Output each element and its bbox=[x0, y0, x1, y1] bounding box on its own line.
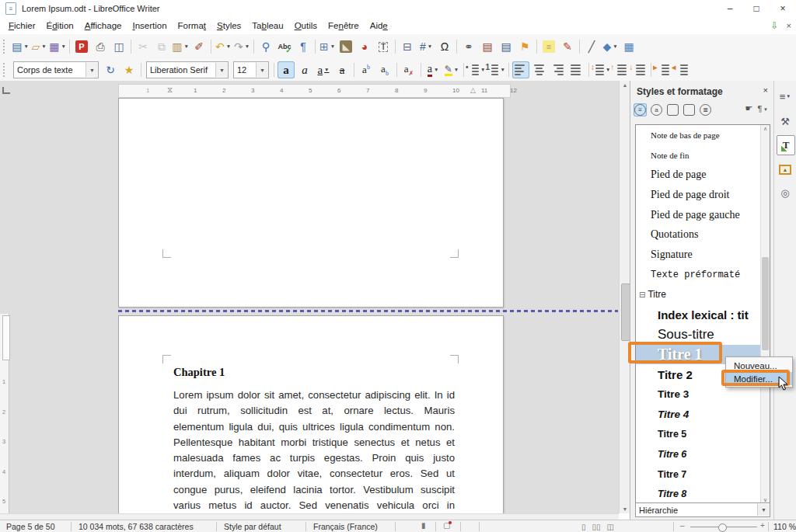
menu-tableau[interactable]: Tableau bbox=[246, 19, 288, 33]
insert-endnote-button[interactable]: ▤ bbox=[498, 38, 515, 55]
save-button[interactable]: ▦▼ bbox=[49, 38, 66, 55]
chevron-down-icon[interactable]: ▼ bbox=[86, 63, 98, 77]
page-2[interactable]: Chapitre 1 Lorem ipsum dolor sit amet, c… bbox=[118, 315, 504, 516]
insert-image-button[interactable]: ◣ bbox=[337, 38, 354, 55]
toolbar-grip[interactable] bbox=[3, 40, 8, 54]
chevron-down-icon[interactable]: ▼ bbox=[215, 63, 228, 77]
zoom-level[interactable]: 110 % bbox=[773, 522, 796, 531]
basic-shapes-button[interactable]: ◆▼ bbox=[602, 38, 619, 55]
insert-field-button[interactable]: #▼ bbox=[417, 38, 435, 55]
menu-e-dition[interactable]: Édition bbox=[41, 19, 79, 33]
strikethrough-button[interactable]: a bbox=[333, 61, 351, 78]
style-item-index-lexical-tit[interactable]: Index lexical : tit bbox=[636, 304, 770, 325]
close-document-icon[interactable]: × bbox=[787, 21, 791, 30]
open-button[interactable]: ▱▼ bbox=[30, 38, 47, 55]
page-break-button[interactable]: ⊟ bbox=[399, 38, 416, 55]
font-color-button[interactable]: a▼ bbox=[424, 61, 442, 78]
close-button[interactable]: × bbox=[770, 0, 796, 17]
clone-formatting-button[interactable]: ✐ bbox=[190, 38, 208, 55]
style-item-titre-5[interactable]: Titre 5 bbox=[636, 424, 770, 444]
font-size-combo[interactable]: 12▼ bbox=[233, 61, 269, 78]
style-item-titre-7[interactable]: Titre 7 bbox=[636, 464, 770, 485]
tab-stop-selector[interactable] bbox=[2, 87, 10, 94]
multi-page-view-button[interactable]: ▯▯ bbox=[592, 523, 601, 531]
page-number-status[interactable]: Page 5 de 50 bbox=[6, 522, 54, 531]
style-item-note-de-fin[interactable]: Note de fin bbox=[636, 145, 770, 165]
insert-chart-button[interactable]: ◕ bbox=[356, 38, 373, 55]
menu-affichage[interactable]: Affichage bbox=[79, 19, 127, 33]
track-changes-button[interactable]: ✎ bbox=[559, 38, 576, 55]
sidebar-gallery-tab[interactable]: ▲ bbox=[777, 160, 794, 179]
cut-button[interactable]: ✂ bbox=[134, 38, 152, 55]
insert-line-button[interactable]: ╱ bbox=[583, 38, 600, 55]
scroll-up-arrow[interactable]: ∧ bbox=[761, 126, 770, 132]
toolbar-grip[interactable] bbox=[3, 63, 8, 77]
right-indent-marker[interactable]: △ bbox=[470, 86, 476, 94]
style-item-note-de-bas-de-page[interactable]: Note de bas de page bbox=[636, 125, 770, 145]
style-item-titre-4[interactable]: Titre 4 bbox=[636, 405, 770, 425]
menu-fene-tre[interactable]: Fenêtre bbox=[323, 19, 365, 33]
spelling-button[interactable]: Abc bbox=[276, 38, 293, 55]
style-filter-dropdown[interactable]: Hiérarchie ▼ bbox=[635, 502, 770, 517]
formatting-marks-button[interactable]: ¶ bbox=[295, 38, 312, 55]
insert-hyperlink-button[interactable]: ⚭ bbox=[460, 38, 477, 55]
insert-comment-button[interactable]: ≡ bbox=[540, 38, 557, 55]
styles-panel-close-icon[interactable]: × bbox=[763, 85, 768, 95]
print-preview-button[interactable]: ◫ bbox=[110, 38, 127, 55]
minimize-button[interactable]: – bbox=[717, 0, 743, 17]
chevron-down-icon[interactable]: ▼ bbox=[757, 504, 770, 516]
tree-collapse-icon[interactable]: ⊟ bbox=[639, 290, 645, 299]
increase-indent-button[interactable]: ▸ bbox=[655, 61, 672, 78]
menu-aide[interactable]: Aide bbox=[365, 19, 393, 33]
new-document-button[interactable]: ▤▼ bbox=[12, 38, 29, 55]
para-space-increase-button[interactable]: ↑ bbox=[612, 61, 629, 78]
zoom-in-icon[interactable]: + bbox=[760, 521, 765, 530]
highlight-color-button[interactable]: ✎▼ bbox=[443, 61, 460, 78]
sidebar-properties-tab[interactable]: ⚒ bbox=[777, 112, 794, 130]
export-pdf-button[interactable]: P bbox=[73, 38, 90, 55]
sidebar-settings-tab[interactable]: ≡▼ bbox=[777, 87, 794, 106]
paragraph-styles-button[interactable]: ≡ bbox=[634, 103, 647, 116]
superscript-button[interactable]: ab bbox=[358, 61, 375, 78]
page-break-indicator[interactable] bbox=[118, 310, 618, 312]
underline-button[interactable]: a▼ bbox=[315, 61, 332, 78]
align-justify-button[interactable] bbox=[568, 61, 585, 78]
frame-styles-button[interactable] bbox=[666, 103, 679, 116]
scrollbar-thumb[interactable] bbox=[762, 257, 769, 350]
indent-marker[interactable]: ⧖ bbox=[167, 85, 173, 95]
update-available-icon[interactable]: ⇩ bbox=[771, 20, 779, 31]
book-view-button[interactable]: ◫ bbox=[607, 523, 614, 531]
style-item-titre-6[interactable]: Titre 6 bbox=[636, 444, 770, 464]
style-item-pied-de-page[interactable]: Pied de page bbox=[636, 165, 770, 185]
redo-button[interactable]: ↷▼ bbox=[233, 38, 250, 55]
font-name-combo[interactable]: Liberation Serif▼ bbox=[146, 61, 229, 78]
vertical-ruler[interactable]: 12345 bbox=[0, 314, 9, 513]
insert-textbox-button[interactable]: T bbox=[375, 38, 392, 55]
style-item-pied-de-page-gauche[interactable]: Pied de page gauche bbox=[636, 205, 770, 225]
paste-button[interactable]: ▥▼ bbox=[172, 38, 189, 55]
style-item-titre-8[interactable]: Titre 8 bbox=[636, 484, 770, 504]
update-style-button[interactable]: ↻ bbox=[102, 61, 119, 78]
align-right-button[interactable] bbox=[550, 61, 567, 78]
single-page-view-button[interactable]: ▯ bbox=[581, 523, 586, 531]
special-character-button[interactable]: Ω bbox=[436, 38, 453, 55]
list-styles-button[interactable]: ≣ bbox=[699, 103, 712, 116]
line-spacing-button[interactable]: ↕▼ bbox=[592, 61, 610, 78]
scroll-down-arrow[interactable]: ▼ bbox=[620, 506, 630, 512]
clear-formatting-button[interactable]: a✗ bbox=[400, 61, 417, 78]
style-item-signature[interactable]: Signature bbox=[636, 245, 770, 265]
fill-format-mode-button[interactable]: ☛ bbox=[745, 103, 753, 113]
bullets-button[interactable]: •▼ bbox=[467, 61, 485, 78]
vertical-scrollbar[interactable]: ▲ ▼ bbox=[619, 81, 630, 513]
horizontal-ruler[interactable]: 1123456789101112⧖△ bbox=[118, 84, 511, 98]
italic-button[interactable]: a bbox=[296, 61, 313, 78]
insert-mode-icon[interactable]: ▮ bbox=[421, 521, 426, 530]
style-item-quotations[interactable]: Quotations bbox=[636, 224, 770, 245]
insert-footnote-button[interactable]: ▤ bbox=[479, 38, 496, 55]
menu-format[interactable]: Format bbox=[173, 19, 211, 33]
draw-functions-button[interactable]: ▦ bbox=[620, 38, 637, 55]
zoom-slider-thumb[interactable] bbox=[718, 523, 727, 532]
undo-button[interactable]: ↶▼ bbox=[215, 38, 232, 55]
chevron-down-icon[interactable]: ▼ bbox=[256, 63, 268, 77]
menu-styles[interactable]: Styles bbox=[211, 19, 246, 33]
